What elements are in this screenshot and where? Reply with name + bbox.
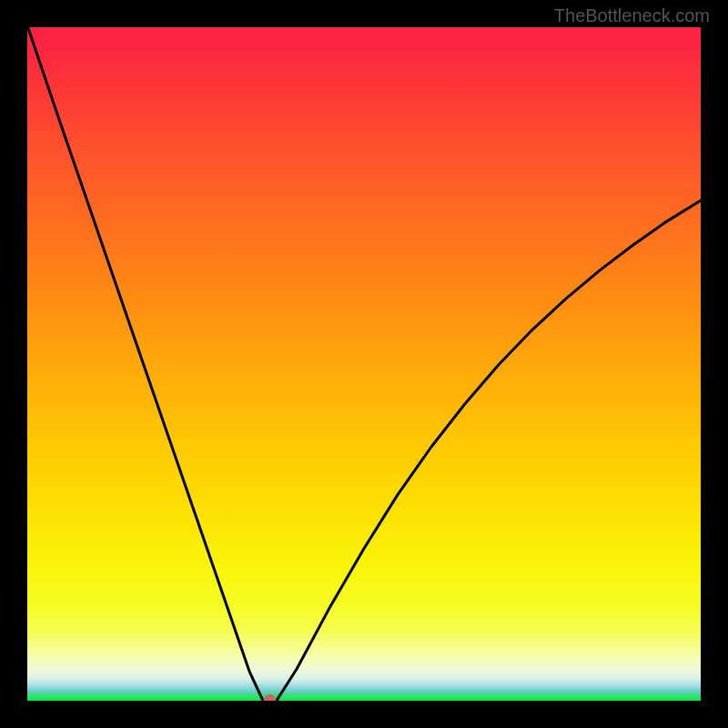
watermark-text: TheBottleneck.com bbox=[554, 5, 710, 26]
chart-background-gradient bbox=[27, 27, 701, 701]
chart-plot-area bbox=[27, 27, 701, 701]
